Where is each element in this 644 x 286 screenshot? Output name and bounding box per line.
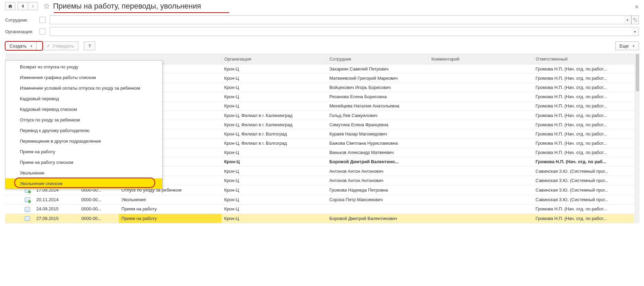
star-icon [43,3,50,10]
filter-checkbox-employee[interactable] [39,17,46,23]
cell-doc: Прием на работу [119,204,222,214]
forward-button[interactable] [28,2,38,10]
cell-emp [327,204,429,214]
cell-resp: Савинская З.Ю. (Системный прог... [533,195,634,204]
menu-item[interactable]: Изменение графика работы списком [5,72,162,83]
cell-emp: Войцехович Игорь Борисович [327,83,429,92]
cell-resp: Громова Н.П. (Нач. отд. по работ... [533,64,634,74]
menu-item[interactable]: Перемещение в другое подразделение [5,136,162,146]
cell-comment [428,148,533,157]
document-posted-icon [25,197,30,202]
filter-checkbox-organization[interactable] [39,28,46,35]
approve-button-label: Утвердить [52,43,74,49]
cell-org: Крон-Ц [222,204,327,214]
cell-resp: Громова Н.П. (Нач. отд. по работ... [533,139,634,148]
home-icon [8,4,13,9]
cell-resp: Громова Н.П. (Нач. отд. по работ... [533,204,634,214]
cell-org: Крон-Ц [222,92,327,101]
cell-org: Крон-Ц [222,148,327,157]
scroll-thumb[interactable] [636,54,639,91]
cell-resp: Громова Н.П. (Нач. отд. по работ... [533,110,634,120]
menu-item[interactable]: Кадровый перевод списком [5,104,162,115]
table-row[interactable]: 24.09.20150000-00...Прием на работуКрон-… [5,204,634,214]
menu-item[interactable]: Прием на работу списком [5,157,162,168]
cell-resp: Громова Н.П. (Нач. отд. по раб... [533,157,634,166]
cell-comment [428,157,533,166]
create-button[interactable]: Создать ▾ [5,41,37,50]
filter-dropdown-organization[interactable]: ▾ [631,27,639,36]
cell-resp: Громова Н.П. (Нач. отд. по работ... [533,129,634,139]
menu-item[interactable]: Увольнение списком [5,178,162,189]
arrow-right-icon [30,4,35,9]
column-header-org[interactable]: Организация [222,54,327,64]
home-button[interactable] [5,2,15,10]
cell-resp: Громова Н.П. (Нач. отд. по работ... [533,214,634,223]
column-header-resp[interactable]: Ответственный [533,54,634,64]
cell-org: Крон-Ц [222,185,327,195]
back-button[interactable] [17,2,28,10]
check-icon: ✓ [47,43,50,49]
filter-input-employee[interactable] [50,15,624,24]
arrow-left-icon [21,4,25,9]
cell-resp: Савинская З.Ю. (Системный прог... [533,185,634,195]
table-row[interactable]: 20.11.20140000-00...УвольнениеКрон-ЦСоро… [5,195,634,204]
cell-comment [428,185,533,195]
menu-item[interactable]: Прием на работу [5,146,162,157]
cell-doc: Прием на работу [119,214,222,223]
favorite-button[interactable] [43,2,50,10]
cell-comment [428,129,533,139]
filter-label-employee: Сотрудник: [5,17,39,23]
cell-date: 24.09.2015 [34,204,79,214]
help-button[interactable]: ? [84,41,95,50]
filter-input-organization[interactable] [50,27,631,36]
chevron-down-icon: ▾ [633,44,634,48]
cell-comment [428,92,533,101]
cell-org: Крон-Ц [222,214,327,223]
cell-org: Крон-Ц [222,101,327,110]
document-icon [25,216,30,221]
more-button[interactable]: Еще ▾ [615,41,639,50]
app-window: Приемы на работу, переводы, увольнения ✕… [0,0,644,286]
cell-resp: Громова Н.П. (Нач. отд. по работ... [533,101,634,110]
cell-resp: Савинская З.Ю. (Системный прог... [533,176,634,185]
cell-emp: Антонов Антон Антонович [327,176,429,185]
cell-emp: Симутина Елена Францевна [327,120,429,129]
cell-org: Крон-Ц [222,83,327,92]
column-header-comment[interactable]: Комментарий [428,54,533,64]
cell-org: Крон-Ц. Филиал в г. Калининград [222,110,327,120]
cell-emp: Ваньков Александр Матвеевич [327,148,429,157]
cell-resp: Громова Н.П. (Нач. отд. по работ... [533,74,634,83]
create-dropdown-menu: Возврат из отпуска по уходуИзменение гра… [5,60,163,189]
vertical-scrollbar[interactable] [635,54,640,223]
menu-item[interactable]: Перевод к другому работодателю [5,125,162,136]
open-icon [633,18,637,22]
table-row[interactable]: 27.09.20150000-00...Прием на работуКрон-… [5,214,634,223]
cell-emp: Боровой Дмитрий Валентино... [327,157,429,166]
cell-comment [428,204,533,214]
filter-row-employee: Сотрудник: ▾ [5,15,639,24]
approve-button[interactable]: ✓ Утвердить [42,41,78,50]
filter-open-employee[interactable] [631,15,639,24]
cell-emp: Громова Надежда Петровна [327,185,429,195]
cell-emp: Матвиевский Григорий Маркович [327,74,429,83]
column-header-emp[interactable]: Сотрудник [327,54,429,64]
cell-comment [428,176,533,185]
cell-num: 0000-00... [79,204,119,214]
cell-num: 0000-00... [79,214,119,223]
cell-org: Крон-Ц [222,167,327,176]
cell-comment [428,120,533,129]
cell-comment [428,83,533,92]
menu-item[interactable]: Возврат из отпуска по уходу [5,62,162,72]
menu-item[interactable]: Кадровый перевод [5,93,162,104]
menu-item[interactable]: Отпуск по уходу за ребенком [5,115,162,125]
cell-date: 27.09.2015 [34,214,79,223]
menu-item[interactable]: Увольнение [5,168,162,178]
filter-dropdown-employee[interactable]: ▾ [624,15,631,24]
help-button-label: ? [88,43,91,49]
cell-comment [428,214,533,223]
cell-resp: Громова Н.П. (Нач. отд. по работ... [533,148,634,157]
close-button[interactable]: ✕ [634,4,639,10]
cell-comment [428,167,533,176]
filter-row-organization: Организация: ▾ [5,27,639,36]
menu-item[interactable]: Изменение условий оплаты отпуска по уход… [5,83,162,93]
